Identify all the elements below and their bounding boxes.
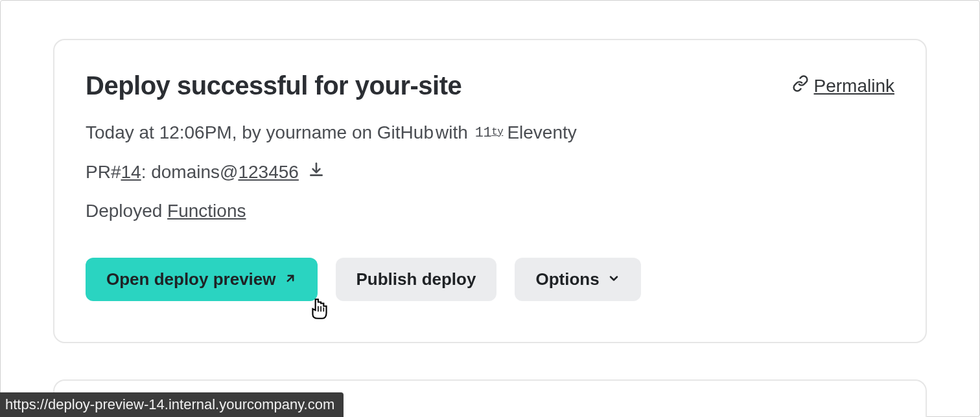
framework-name: Eleventy xyxy=(507,122,576,143)
chevron-down-icon xyxy=(607,269,620,289)
open-preview-label: Open deploy preview xyxy=(106,269,276,289)
pr-prefix: PR# xyxy=(86,162,121,183)
external-link-icon xyxy=(284,269,297,289)
options-label: Options xyxy=(535,269,599,289)
eleventy-badge: 11ty xyxy=(475,125,504,141)
domains-prefix: : domains@ xyxy=(141,162,239,183)
deployed-line: Deployed Functions xyxy=(86,201,894,221)
card-title: Deploy successful for your-site xyxy=(86,71,461,100)
publish-label: Publish deploy xyxy=(356,269,476,289)
deployed-prefix: Deployed xyxy=(86,201,167,221)
functions-link[interactable]: Functions xyxy=(167,201,246,221)
open-deploy-preview-button[interactable]: Open deploy preview xyxy=(86,258,318,301)
publish-deploy-button[interactable]: Publish deploy xyxy=(336,258,497,301)
browser-status-bar: https://deploy-preview-14.internal.yourc… xyxy=(0,392,344,417)
button-row: Open deploy preview Publish deploy Optio… xyxy=(86,258,894,301)
deploy-meta-line: Today at 12:06PM, by yourname on GitHub … xyxy=(86,122,894,143)
meta-prefix: Today at 12:06PM, by yourname on GitHub xyxy=(86,122,434,143)
pr-line: PR# 14 : domains@ 123456 xyxy=(86,161,894,183)
status-url: https://deploy-preview-14.internal.yourc… xyxy=(5,396,334,412)
link-icon xyxy=(792,75,809,96)
commit-hash-link[interactable]: 123456 xyxy=(238,162,298,183)
permalink-link[interactable]: Permalink xyxy=(792,75,894,96)
permalink-label: Permalink xyxy=(814,76,894,96)
options-button[interactable]: Options xyxy=(515,258,640,301)
download-icon[interactable] xyxy=(299,161,325,183)
deploy-card: Deploy successful for your-site Permalin… xyxy=(53,39,927,343)
meta-with: with xyxy=(436,122,468,143)
card-header: Deploy successful for your-site Permalin… xyxy=(86,71,894,100)
pr-number-link[interactable]: 14 xyxy=(121,162,141,183)
